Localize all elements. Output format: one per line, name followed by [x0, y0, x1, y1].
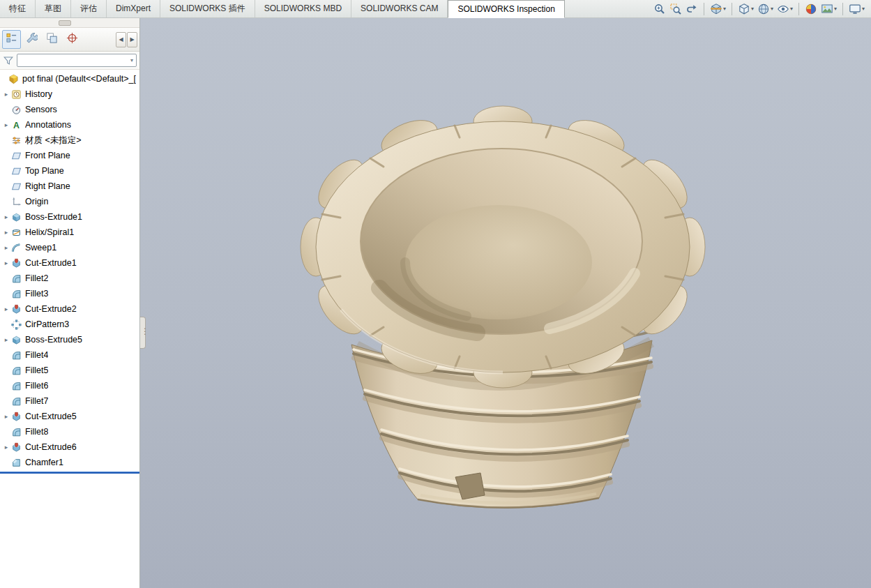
tree-filter-row: ▾ — [0, 52, 139, 70]
tree-item-17[interactable]: Fillet4 — [0, 347, 139, 363]
tree-item-4[interactable]: Front Plane — [0, 148, 139, 163]
helix-icon — [11, 227, 22, 238]
tree-item-11[interactable]: ▸Cut-Extrude1 — [0, 255, 139, 271]
tree-item-1[interactable]: Sensors — [0, 102, 139, 117]
edit-appearance-button[interactable] — [804, 2, 818, 16]
view-orientation-icon — [738, 3, 750, 15]
rollback-bar[interactable] — [0, 472, 139, 474]
history-icon — [11, 89, 22, 100]
featuremanager-design-tree-tab[interactable] — [2, 30, 21, 49]
tree-item-10[interactable]: ▸Sweep1 — [0, 240, 139, 255]
featuremanager-panel: ◀ ▶ ▾ pot final (Default<<Default>_[▸His… — [0, 18, 140, 588]
chevron-down-icon: ▾ — [790, 6, 793, 12]
hide-show-items-button[interactable]: ▾ — [776, 2, 794, 16]
expand-arrow-icon[interactable]: ▸ — [1, 413, 11, 420]
fillet-icon — [11, 289, 22, 299]
tree-item-9[interactable]: ▸Helix/Spiral1 — [0, 225, 139, 240]
ribbon-tab-6[interactable]: SOLIDWORKS CAM — [351, 0, 448, 17]
graphics-viewport[interactable] — [140, 18, 871, 588]
fillet-icon — [11, 381, 22, 391]
expand-arrow-icon[interactable]: ▸ — [1, 213, 11, 220]
expand-arrow-icon[interactable]: ▸ — [1, 444, 11, 451]
toolbar-separator — [798, 3, 799, 15]
fillet-icon — [11, 365, 22, 376]
tree-item-24[interactable]: Chamfer1 — [0, 455, 139, 470]
tree-item-12[interactable]: Fillet2 — [0, 271, 139, 286]
tree-item-20[interactable]: Fillet7 — [0, 393, 139, 409]
scroll-right-icon[interactable]: ▶ — [127, 32, 137, 47]
ribbon-tab-bar: 特征草图评估DimXpertSOLIDWORKS 插件SOLIDWORKS MB… — [0, 0, 871, 18]
expand-arrow-icon[interactable]: ▸ — [1, 259, 11, 266]
ribbon-tab-0[interactable]: 特征 — [0, 0, 36, 17]
edit-appearance-icon — [805, 3, 817, 15]
view-settings-icon — [849, 3, 861, 15]
apply-scene-button[interactable]: ▾ — [820, 2, 838, 16]
tree-item-6[interactable]: Right Plane — [0, 179, 139, 194]
boss-extrude-icon — [11, 212, 22, 223]
expand-arrow-icon[interactable]: ▸ — [1, 336, 11, 343]
expand-arrow-icon[interactable]: ▸ — [1, 229, 11, 236]
tree-item-13[interactable]: Fillet3 — [0, 286, 139, 301]
chamfer-icon — [11, 458, 22, 468]
display-style-icon — [757, 3, 770, 15]
zoom-to-fit-button[interactable] — [653, 2, 667, 16]
expand-arrow-icon[interactable]: ▸ — [1, 306, 11, 312]
chevron-down-icon: ▾ — [130, 57, 133, 63]
tree-item-19[interactable]: Fillet6 — [0, 378, 139, 393]
ribbon-tab-3[interactable]: DimXpert — [107, 0, 160, 17]
filter-input[interactable]: ▾ — [17, 54, 137, 67]
tree-item-15[interactable]: CirPattern3 — [0, 317, 139, 332]
fillet-icon — [11, 273, 22, 284]
tree-item-8[interactable]: ▸Boss-Extrude1 — [0, 209, 139, 225]
view-settings-button[interactable]: ▾ — [848, 2, 865, 16]
fm-tab-scroll: ◀ ▶ — [116, 32, 137, 47]
scroll-thumb[interactable] — [59, 20, 71, 26]
configurationmanager-tab[interactable] — [43, 30, 61, 49]
panel-splitter-handle[interactable] — [140, 317, 146, 349]
tree-item-5[interactable]: Top Plane — [0, 163, 139, 179]
ribbon-tab-2[interactable]: 评估 — [71, 0, 107, 17]
tree-item-23[interactable]: ▸Cut-Extrude6 — [0, 439, 139, 455]
view-orientation-button[interactable]: ▾ — [737, 2, 755, 16]
featuremanager-toolbar: ◀ ▶ — [0, 28, 139, 52]
tree-item-2[interactable]: ▸AAnnotations — [0, 117, 139, 133]
panel-scroll-strip[interactable] — [0, 18, 139, 28]
tree-item-22[interactable]: Fillet8 — [0, 424, 139, 439]
hide-show-items-icon — [777, 3, 789, 15]
dimxpertmanager-icon — [66, 32, 78, 47]
view-toolbar: ▾▾▾▾▾▾ — [653, 0, 871, 17]
display-style-button[interactable]: ▾ — [757, 2, 774, 16]
boss-extrude-icon — [11, 335, 22, 345]
featuremanager-design-tree-icon — [6, 32, 17, 47]
tree-item-18[interactable]: Fillet5 — [0, 363, 139, 378]
tree-item-7[interactable]: Origin — [0, 194, 139, 209]
filter-funnel-icon — [3, 55, 14, 66]
zoom-to-area-icon — [669, 3, 682, 15]
ribbon-tab-5[interactable]: SOLIDWORKS MBD — [255, 0, 351, 17]
tree-item-3[interactable]: 材质 <未指定> — [0, 133, 139, 148]
ribbon-tab-4[interactable]: SOLIDWORKS 插件 — [160, 0, 255, 17]
fillet-icon — [11, 396, 22, 407]
dimxpertmanager-tab[interactable] — [63, 30, 82, 49]
origin-icon — [11, 197, 22, 207]
ribbon-tab-1[interactable]: 草图 — [36, 0, 71, 17]
material-icon — [11, 135, 22, 146]
tree-item-14[interactable]: ▸Cut-Extrude2 — [0, 301, 139, 317]
tree-item-0[interactable]: ▸History — [0, 86, 139, 102]
tree-item-21[interactable]: ▸Cut-Extrude5 — [0, 409, 139, 424]
chevron-down-icon: ▾ — [862, 6, 865, 12]
zoom-to-area-button[interactable] — [669, 2, 683, 16]
previous-view-button[interactable] — [685, 2, 699, 16]
expand-arrow-icon[interactable]: ▸ — [1, 121, 11, 128]
propertymanager-icon — [26, 32, 38, 47]
expand-arrow-icon[interactable]: ▸ — [1, 91, 11, 98]
section-view-icon — [710, 3, 722, 15]
section-view-button[interactable]: ▾ — [709, 2, 727, 16]
ribbon-tab-7[interactable]: SOLIDWORKS Inspection — [448, 0, 564, 18]
propertymanager-tab[interactable] — [22, 30, 41, 49]
sweep-icon — [11, 243, 22, 253]
tree-root-item[interactable]: pot final (Default<<Default>_[ — [0, 71, 139, 86]
scroll-left-icon[interactable]: ◀ — [116, 32, 126, 47]
tree-item-16[interactable]: ▸Boss-Extrude5 — [0, 332, 139, 347]
expand-arrow-icon[interactable]: ▸ — [1, 244, 11, 251]
